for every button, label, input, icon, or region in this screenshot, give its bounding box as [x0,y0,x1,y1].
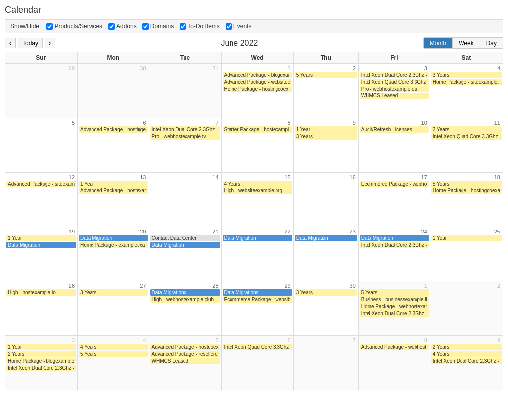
day-number: 3 [360,65,429,72]
calendar-event[interactable]: 1 Year [6,344,76,350]
calendar-event[interactable]: Data Migration [360,235,429,241]
day-number: 13 [79,174,147,181]
calendar-event[interactable]: Intel Xeon Quad Core 3.3Ghz [223,344,292,350]
calendar-event[interactable]: 1 Year [295,126,357,133]
calendar-event[interactable]: Intel Xeon Dual Core 2.3Ghz - [6,365,76,371]
calendar-event[interactable]: WHMCS Leased [150,358,220,364]
calendar-event[interactable]: Pro - webhostexample.tv [150,133,220,140]
calendar-event[interactable]: 5 Years [431,181,502,187]
calendar-event[interactable]: Ecommerce Package - webho [360,181,429,187]
calendar-event[interactable]: Home Package - hostingcoexa [431,187,502,194]
calendar-event[interactable]: WHMCS Leased [360,93,429,99]
show-hide-item[interactable]: Products/Services [46,23,102,30]
calendar-event[interactable]: 1 Year [79,181,147,187]
calendar-event[interactable]: Intel Xeon Quad Core 3.3Ghz [431,133,502,140]
calendar-event[interactable]: Ecommerce Package - websib [223,296,292,303]
calendar-day-header: Sat [430,52,503,64]
calendar-event[interactable]: 5 Years [79,351,147,357]
calendar-event[interactable]: 4 Years [79,344,147,350]
calendar-event[interactable]: Intel Xeon Dual Core 2.3Ghz - [150,126,220,133]
day-view-button[interactable]: Day [480,38,503,48]
calendar-event[interactable]: 1 Year [431,235,502,241]
calendar-day-cell: 25 Years [293,64,358,118]
calendar-day-header: Thu [293,52,358,64]
calendar-event[interactable]: Intel Xeon Dual Core 2.3Ghz - [431,358,502,364]
calendar-event[interactable]: 3 Years [79,289,147,296]
calendar-day-cell: 7Intel Xeon Dual Core 2.3Ghz -Pro - webh… [149,118,221,173]
calendar-event[interactable]: 4 Years [431,351,502,357]
calendar-event[interactable]: Intel Xeon Dual Core 2.3Ghz - [360,310,429,317]
calendar-day-cell: 44 Years5 Years [78,336,149,390]
calendar-event[interactable]: Advanced Package - webhost [360,344,429,350]
calendar-event[interactable]: 2 Years [431,126,502,133]
calendar-event[interactable]: Advanced Package - resellere [150,351,220,357]
calendar-event[interactable]: Data Migration [6,242,76,248]
calendar-event[interactable]: 2 Years [431,344,502,350]
calendar-event[interactable]: 3 Years [431,72,502,78]
calendar-day-header: Wed [221,52,293,64]
calendar-day-cell: 31 [149,64,221,118]
prev-button[interactable]: ‹ [5,38,16,48]
calendar-event[interactable]: Advanced Package - hostcoex [150,344,220,350]
calendar-event[interactable]: Data Migrations [223,289,292,296]
calendar-event[interactable]: Data Migration [223,235,292,241]
calendar-day-cell: 8Starter Package - hostexampl [221,118,293,173]
day-number: 20 [79,228,147,235]
week-view-button[interactable]: Week [453,38,480,48]
calendar-event[interactable]: 1 Year [6,235,76,241]
today-button[interactable]: Today [18,38,43,48]
calendar-event[interactable]: Advanced Package - websitee [223,79,292,85]
calendar-event[interactable]: High - hostexample.io [6,289,76,296]
calendar-event[interactable]: Advanced Package - siteexam [6,181,76,187]
calendar-event[interactable]: Starter Package - hostexampl [223,126,292,133]
calendar-event[interactable]: Home Package - siteexample. [431,79,502,85]
calendar-event[interactable]: Home Package - webhostexar [360,303,429,310]
calendar-event[interactable]: 4 Years [223,181,292,187]
calendar-event[interactable]: Home Package - hostingcoex [223,86,292,92]
day-number: 29 [223,282,292,289]
calendar-event[interactable]: Advanced Package - hostinge [79,126,147,133]
show-hide-item[interactable]: To-Do Items [180,23,220,30]
calendar-event[interactable]: Data Migration [150,242,220,248]
calendar-day-cell: 23Data Migration [293,227,358,281]
calendar-event[interactable]: Data Migration [79,235,147,241]
calendar-event[interactable]: High - websiteexample.org [223,187,292,194]
calendar-event[interactable]: Audit/Refresh Licenses [360,126,429,133]
show-hide-item[interactable]: Events [226,23,252,30]
calendar-event[interactable]: Advanced Package - hostexar [79,187,147,194]
day-number: 21 [150,228,220,235]
calendar-event[interactable]: Business - businessexample.ii [360,296,429,303]
calendar-event[interactable]: Data Migrations [150,289,220,296]
calendar-event[interactable]: Pro - webhostexample.eu [360,86,429,92]
day-number: 1 [223,65,292,72]
show-hide-item[interactable]: Domains [142,23,174,30]
calendar-event[interactable]: Contact Data Center [150,235,220,241]
calendar-day-cell: 185 YearsHome Package - hostingcoexa [430,173,503,227]
calendar-event[interactable]: High - webhostexample.club [150,296,220,303]
calendar-event[interactable]: Home Package - exampleexa [79,242,147,248]
day-number: 5 [150,337,220,344]
calendar-event[interactable]: 2 Years [6,351,76,357]
calendar-event[interactable]: 3 Years [295,289,357,296]
day-number: 7 [150,119,220,126]
show-hide-label: Show/Hide: [10,23,41,30]
calendar-event[interactable]: Advanced Package - blogexar [223,72,292,78]
day-number: 6 [223,337,292,344]
next-button[interactable]: › [45,38,55,48]
calendar-event[interactable]: 5 Years [360,289,429,296]
calendar-event[interactable]: Home Package - blogexample [6,358,76,364]
calendar-day-cell: 6Advanced Package - hostinge [78,118,149,173]
day-number: 14 [150,174,220,181]
calendar-event[interactable]: Intel Xeon Dual Core 2.3Ghz - [360,72,429,78]
month-view-button[interactable]: Month [424,38,453,48]
calendar-event[interactable]: 5 Years [295,72,357,78]
calendar-event[interactable]: 3 Years [295,133,357,140]
calendar-day-cell: 24Data MigrationIntel Xeon Dual Core 2.3… [358,227,430,281]
day-number: 18 [431,174,502,181]
calendar-event[interactable]: Data Migration [295,235,357,241]
day-number: 16 [295,174,357,181]
day-number: 1 [360,282,429,289]
show-hide-item[interactable]: Addons [108,23,137,30]
calendar-event[interactable]: Intel Xeon Quad Core 3.3Ghz [360,79,429,85]
calendar-event[interactable]: Intel Xeon Dual Core 2.3Ghz - [360,242,429,248]
